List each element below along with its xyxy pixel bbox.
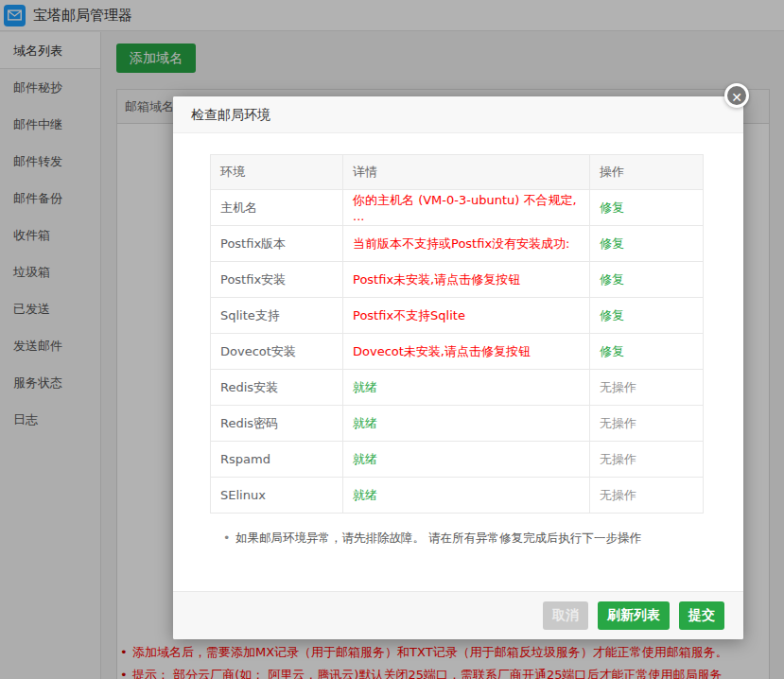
col-header-detail: 详情 — [343, 155, 590, 190]
table-row: SElinux 就绪 无操作 — [211, 478, 704, 514]
env-check-table: 环境 详情 操作 主机名 你的主机名 (VM-0-3-ubuntu) 不合规定,… — [210, 154, 704, 514]
env-detail: 就绪 — [343, 442, 590, 478]
no-action-label: 无操作 — [600, 380, 636, 394]
dialog-note-list: •如果邮局环境异常，请先排除故障。 请在所有异常修复完成后执行下一步操作 — [223, 530, 706, 547]
env-detail: 就绪 — [343, 370, 590, 406]
env-name: Redis安装 — [211, 370, 343, 406]
table-row: Sqlite支持 Postfix不支持Sqlite 修复 — [211, 298, 704, 334]
cancel-button[interactable]: 取消 — [543, 601, 588, 630]
table-row: Postfix版本 当前版本不支持或Postfix没有安装成功: 修复 — [211, 226, 704, 262]
env-detail: Dovecot未安装,请点击修复按钮 — [343, 334, 590, 370]
col-header-env: 环境 — [211, 155, 343, 190]
no-action-label: 无操作 — [600, 488, 636, 502]
submit-button[interactable]: 提交 — [679, 601, 724, 630]
fix-link[interactable]: 修复 — [600, 200, 624, 215]
table-row: Redis安装 就绪 无操作 — [211, 370, 704, 406]
env-detail: 你的主机名 (VM-0-3-ubuntu) 不合规定, ... — [343, 190, 590, 226]
env-name: Rspamd — [211, 442, 343, 478]
env-name: Sqlite支持 — [211, 298, 343, 334]
refresh-list-button[interactable]: 刷新列表 — [598, 601, 670, 630]
dialog-note: •如果邮局环境异常，请先排除故障。 请在所有异常修复完成后执行下一步操作 — [223, 530, 706, 547]
fix-link[interactable]: 修复 — [600, 236, 624, 251]
fix-link[interactable]: 修复 — [600, 344, 624, 358]
table-row: Postfix安装 Postfix未安装,请点击修复按钮 修复 — [211, 262, 704, 298]
dialog-body: 环境 详情 操作 主机名 你的主机名 (VM-0-3-ubuntu) 不合规定,… — [173, 133, 743, 591]
table-header-row: 环境 详情 操作 — [211, 155, 704, 190]
env-name: Postfix安装 — [211, 262, 343, 298]
env-detail: Postfix未安装,请点击修复按钮 — [343, 262, 590, 298]
fix-link[interactable]: 修复 — [600, 272, 624, 287]
dialog-title: 检查邮局环境 — [173, 96, 743, 133]
env-detail: 就绪 — [343, 478, 590, 514]
env-detail: 就绪 — [343, 406, 590, 442]
no-action-label: 无操作 — [600, 416, 636, 430]
dialog-footer: 取消 刷新列表 提交 — [173, 591, 743, 639]
env-name: Redis密码 — [211, 406, 343, 442]
bullet-icon: • — [223, 530, 230, 547]
table-row: 主机名 你的主机名 (VM-0-3-ubuntu) 不合规定, ... 修复 — [211, 190, 704, 226]
env-detail: Postfix不支持Sqlite — [343, 298, 590, 334]
env-name: Postfix版本 — [211, 226, 343, 262]
env-detail: 当前版本不支持或Postfix没有安装成功: — [343, 226, 590, 262]
env-name: 主机名 — [211, 190, 343, 226]
table-row: Rspamd 就绪 无操作 — [211, 442, 704, 478]
check-mail-env-dialog: 检查邮局环境 ✕ 环境 详情 操作 主机名 你的主机名 (VM-0-3-ubun… — [173, 96, 743, 639]
col-header-action: 操作 — [590, 155, 704, 190]
table-row: Redis密码 就绪 无操作 — [211, 406, 704, 442]
no-action-label: 无操作 — [600, 452, 636, 466]
table-row: Dovecot安装 Dovecot未安装,请点击修复按钮 修复 — [211, 334, 704, 370]
env-name: SElinux — [211, 478, 343, 514]
fix-link[interactable]: 修复 — [600, 308, 624, 322]
env-name: Dovecot安装 — [211, 334, 343, 370]
close-icon[interactable]: ✕ — [724, 83, 749, 108]
